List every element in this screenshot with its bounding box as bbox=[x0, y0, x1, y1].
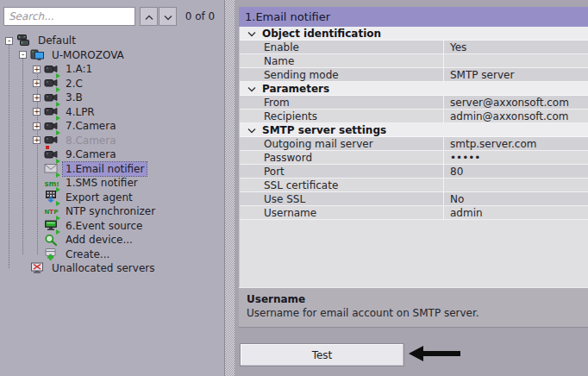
tree-item-8-camera[interactable]: +8.Camera bbox=[0, 134, 223, 148]
property-name: Enable bbox=[240, 41, 443, 54]
property-name: Use SSL bbox=[240, 192, 443, 206]
property-value[interactable] bbox=[443, 179, 588, 192]
camera-icon bbox=[44, 105, 59, 118]
tree-item-9-camera[interactable]: +9.Camera bbox=[0, 147, 223, 162]
camera-icon bbox=[44, 148, 59, 161]
panel-splitter[interactable] bbox=[225, 0, 235, 376]
property-row-port[interactable]: Port80 bbox=[240, 165, 588, 179]
group-header-label: SMTP server settings bbox=[262, 124, 386, 136]
tree-item-default[interactable]: -Default bbox=[0, 34, 223, 48]
property-value[interactable]: smtp.server.com bbox=[443, 137, 588, 151]
tree-item-2-c[interactable]: +2.C bbox=[0, 77, 223, 91]
property-row-username[interactable]: Usernameadmin bbox=[240, 206, 588, 220]
property-name: Password bbox=[240, 151, 443, 165]
sms-icon: sms bbox=[44, 177, 59, 190]
tree-item-label: 1.Email notifier bbox=[63, 162, 147, 176]
property-name: Outgoing mail server bbox=[240, 137, 443, 151]
expand-toggle[interactable]: + bbox=[33, 136, 41, 144]
collapse-chevron-icon[interactable] bbox=[247, 128, 256, 134]
property-row-recipients[interactable]: Recipientsadmin@axxonsoft.com bbox=[240, 110, 588, 123]
tree-item-label: 6.Event source bbox=[63, 219, 146, 233]
property-row-outgoing-mail-server[interactable]: Outgoing mail serversmtp.server.com bbox=[240, 137, 588, 151]
tree-item-add-device[interactable]: +Add device... bbox=[0, 233, 223, 248]
property-row-from[interactable]: Fromserver@axxonsoft.com bbox=[240, 96, 588, 110]
collapse-chevron-icon[interactable] bbox=[247, 86, 256, 92]
property-name: Sending mode bbox=[240, 68, 443, 82]
property-row-name[interactable]: Name bbox=[240, 54, 588, 68]
property-value[interactable]: admin@axxonsoft.com bbox=[443, 110, 588, 123]
tree-item-7-camera[interactable]: +7.Camera bbox=[0, 119, 223, 134]
tree-item-4-lpr[interactable]: +4.LPR bbox=[0, 105, 223, 120]
property-value[interactable]: Yes bbox=[443, 41, 588, 54]
group-header-smtp-server-settings[interactable]: SMTP server settings bbox=[240, 123, 588, 137]
group-header-parameters[interactable]: Parameters bbox=[240, 82, 588, 96]
tree-item-label: 4.LPR bbox=[63, 105, 97, 119]
search-next-button[interactable] bbox=[159, 7, 177, 26]
property-value[interactable]: ••••• bbox=[443, 151, 588, 165]
event-source-icon bbox=[44, 219, 59, 232]
property-grid: Object identificationEnableYesNameSendin… bbox=[239, 27, 588, 287]
search-input[interactable] bbox=[3, 7, 135, 26]
property-description-box: Username Username for email account on S… bbox=[239, 287, 588, 328]
tree-item-label: 3.B bbox=[63, 91, 85, 104]
expand-toggle[interactable]: - bbox=[19, 51, 27, 59]
envelope-icon bbox=[44, 162, 59, 175]
group-header-object-identification[interactable]: Object identification bbox=[240, 27, 588, 41]
tree-item-label: 1.SMS notifier bbox=[63, 176, 141, 190]
property-row-use-ssl[interactable]: Use SSLNo bbox=[240, 192, 588, 206]
camera-icon bbox=[44, 120, 59, 133]
expand-toggle[interactable]: + bbox=[33, 79, 41, 87]
expand-toggle[interactable]: + bbox=[33, 122, 41, 130]
tree-item-label: U-MOROZOVA bbox=[49, 48, 127, 62]
property-value[interactable]: admin bbox=[443, 206, 588, 220]
property-name: Recipients bbox=[240, 110, 443, 123]
property-value[interactable]: SMTP server bbox=[443, 68, 588, 82]
selected-object-title: 1.Email notifier bbox=[239, 7, 588, 27]
tree-item-ntp-synchronizer[interactable]: +NTPNTP synchronizer bbox=[0, 204, 223, 219]
property-value[interactable] bbox=[443, 54, 588, 68]
ntp-icon: NTP bbox=[44, 205, 59, 218]
camera-icon bbox=[44, 63, 59, 76]
property-value[interactable]: server@axxonsoft.com bbox=[443, 96, 588, 110]
tree-item-1-email-notifier[interactable]: +1.Email notifier bbox=[0, 162, 223, 177]
property-name: SSL certificate bbox=[240, 179, 443, 192]
search-result-count: 0 of 0 bbox=[178, 7, 222, 26]
expand-toggle[interactable]: + bbox=[33, 66, 41, 73]
property-name: From bbox=[240, 96, 443, 110]
property-row-password[interactable]: Password••••• bbox=[240, 151, 588, 165]
device-tree: -Default-U-MOROZOVA+1.A:1+2.C+3.B+4.LPR+… bbox=[0, 34, 223, 376]
tree-item-label: NTP synchronizer bbox=[63, 204, 158, 218]
test-button[interactable]: Test bbox=[240, 343, 404, 367]
tree-item-unallocated-servers[interactable]: +Unallocated servers bbox=[0, 261, 223, 276]
property-name: Name bbox=[240, 54, 443, 68]
expand-toggle[interactable]: - bbox=[5, 37, 13, 45]
property-value[interactable]: 80 bbox=[443, 165, 588, 179]
property-row-sending-mode[interactable]: Sending modeSMTP server bbox=[240, 68, 588, 82]
tree-item-export-agent[interactable]: +Export agent bbox=[0, 191, 223, 205]
tree-item-1-sms-notifier[interactable]: +sms1.SMS notifier bbox=[0, 176, 223, 191]
servers-icon bbox=[16, 34, 31, 47]
tree-item-1-a-1[interactable]: +1.A:1 bbox=[0, 62, 223, 77]
expand-toggle[interactable]: + bbox=[33, 108, 41, 116]
tree-item-6-event-source[interactable]: +6.Event source bbox=[0, 219, 223, 234]
property-value[interactable]: No bbox=[443, 192, 588, 206]
tree-item-label: 2.C bbox=[63, 77, 85, 91]
device-tree-panel: 0 of 0 -Default-U-MOROZOVA+1.A:1+2.C+3.B… bbox=[0, 0, 225, 376]
collapse-chevron-icon[interactable] bbox=[247, 31, 256, 37]
tree-item-label: Default bbox=[35, 34, 78, 47]
tree-item-label: Export agent bbox=[63, 191, 135, 204]
tree-item-label: 8.Camera bbox=[63, 134, 119, 147]
expand-toggle[interactable]: + bbox=[33, 94, 41, 102]
search-prev-button[interactable] bbox=[140, 7, 158, 26]
property-row-ssl-certificate[interactable]: SSL certificate bbox=[240, 179, 588, 192]
tree-item-create[interactable]: +Create... bbox=[0, 248, 223, 262]
properties-panel: 1.Email notifier Object identificationEn… bbox=[235, 0, 588, 376]
svg-text:NTP: NTP bbox=[45, 209, 59, 216]
property-row-enable[interactable]: EnableYes bbox=[240, 41, 588, 54]
tree-item-3-b[interactable]: +3.B bbox=[0, 91, 223, 105]
property-description-title: Username bbox=[247, 293, 580, 305]
tree-item-u-morozova[interactable]: -U-MOROZOVA bbox=[0, 48, 223, 63]
tree-item-label: 1.A:1 bbox=[63, 62, 95, 76]
tree-item-label: Create... bbox=[63, 248, 112, 261]
host-icon bbox=[30, 48, 45, 61]
